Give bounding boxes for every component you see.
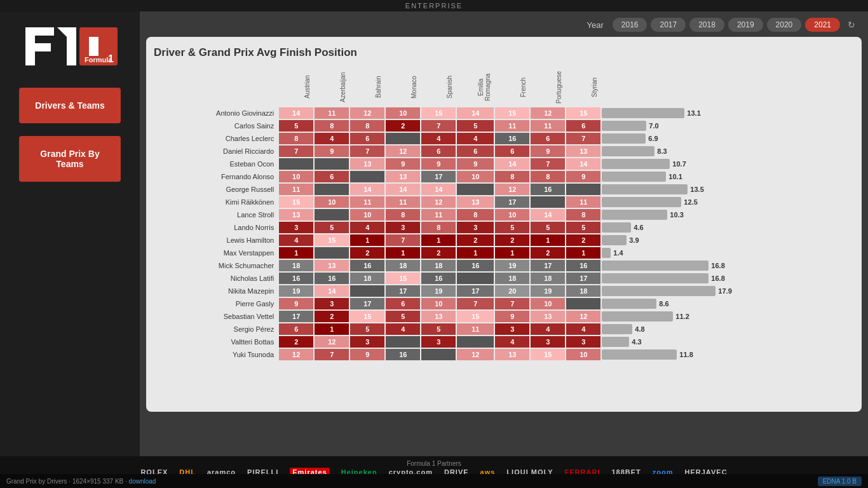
position-cell: 3 — [350, 336, 384, 348]
year-bar: Year 2016 2017 2018 2019 2020 2021 ↻ — [146, 18, 862, 32]
position-cell: 7 — [531, 158, 565, 170]
driver-name: Yuki Tsunoda — [155, 349, 278, 360]
table-row: Lando Norris3543835554.6 — [155, 222, 853, 233]
position-cell: 6 — [386, 298, 420, 309]
year-2016[interactable]: 2016 — [613, 18, 648, 32]
position-cell: 5 — [531, 222, 565, 233]
svg-text:1: 1 — [108, 53, 114, 64]
table-row: Antonio Giovinazzi14111210151415121513.1 — [155, 107, 853, 119]
position-cell: 7 — [566, 133, 600, 144]
table-row: Nicholas Latifi161618151618181716.8 — [155, 273, 853, 284]
position-cell: 5 — [386, 311, 420, 322]
position-cell: 16 — [495, 133, 529, 144]
drivers-teams-button[interactable]: Drivers & Teams — [19, 88, 121, 123]
position-cell: 4 — [457, 133, 494, 144]
table-row: Pierre Gasly931761077108.6 — [155, 298, 853, 309]
position-cell — [457, 273, 494, 284]
position-cell: 12 — [279, 349, 313, 360]
position-cell: 2 — [421, 247, 456, 259]
position-cell: 15 — [350, 311, 384, 322]
position-cell: 3 — [315, 298, 349, 309]
position-cell: 17 — [531, 260, 565, 271]
chart-title: Driver & Grand Prix Avg Finish Position — [154, 46, 854, 59]
position-cell: 11 — [421, 209, 456, 220]
avg-bar-cell: 10.1 — [602, 171, 853, 182]
col-emilia: Emilia Romagna — [457, 68, 494, 106]
position-cell: 14 — [421, 184, 456, 195]
position-cell — [566, 184, 600, 195]
position-cell: 15 — [531, 349, 565, 360]
position-cell: 7 — [457, 298, 494, 309]
table-row: Carlos Sainz588275111167.0 — [155, 120, 853, 132]
position-cell: 5 — [495, 222, 529, 233]
driver-name: Pierre Gasly — [155, 298, 278, 309]
position-cell: 4 — [566, 323, 600, 335]
position-cell: 12 — [386, 146, 420, 157]
avg-bar-cell: 11.2 — [602, 311, 853, 322]
avg-bar-cell: 1.4 — [602, 247, 853, 259]
year-2020[interactable]: 2020 — [767, 18, 802, 32]
table-row: Charles Leclerc8464416676.9 — [155, 133, 853, 144]
position-cell: 14 — [531, 209, 565, 220]
position-cell: 17 — [421, 171, 456, 182]
position-cell: 13 — [495, 349, 529, 360]
position-cell: 10 — [566, 349, 600, 360]
col-austrian: Austrian — [279, 68, 313, 106]
position-cell: 12 — [566, 311, 600, 322]
status-text: Grand Prix by Drivers · 1624×915 337 KB … — [6, 478, 156, 485]
avg-bar-cell: 16.8 — [602, 273, 853, 284]
avg-bar-cell: 13.1 — [602, 107, 853, 119]
table-row: Esteban Ocon139991471410.7 — [155, 158, 853, 170]
position-cell: 1 — [566, 247, 600, 259]
driver-name: Sergio Pérez — [155, 323, 278, 335]
position-cell: 2 — [279, 336, 313, 348]
position-cell: 4 — [495, 336, 529, 348]
download-link[interactable]: download — [129, 478, 156, 485]
position-cell: 5 — [566, 222, 600, 233]
table-row: Sergio Pérez61545113444.8 — [155, 323, 853, 335]
position-cell: 19 — [421, 285, 456, 297]
position-cell: 6 — [315, 171, 349, 182]
year-2019[interactable]: 2019 — [728, 18, 763, 32]
driver-name: Lando Norris — [155, 222, 278, 233]
position-cell: 19 — [495, 260, 529, 271]
position-cell: 2 — [531, 247, 565, 259]
position-cell: 4 — [531, 323, 565, 335]
position-cell: 15 — [386, 273, 420, 284]
position-cell: 9 — [279, 298, 313, 309]
position-cell: 19 — [531, 285, 565, 297]
position-cell: 2 — [457, 234, 494, 246]
position-cell: 14 — [350, 184, 384, 195]
year-2021[interactable]: 2021 — [805, 18, 840, 32]
position-cell: 8 — [531, 171, 565, 182]
avg-bar-cell: 7.0 — [602, 120, 853, 132]
position-cell: 18 — [386, 260, 420, 271]
avg-bar-cell: 6.9 — [602, 133, 853, 144]
position-cell: 13 — [315, 260, 349, 271]
position-cell: 4 — [315, 133, 349, 144]
position-cell: 5 — [421, 323, 456, 335]
driver-col-header — [155, 68, 278, 106]
partners-label: Formula 1 Partners — [407, 460, 461, 467]
year-2017[interactable]: 2017 — [651, 18, 686, 32]
grand-prix-teams-button[interactable]: Grand Prix By Teams — [19, 136, 121, 182]
position-cell: 12 — [350, 107, 384, 119]
position-cell: 20 — [495, 285, 529, 297]
position-cell: 4 — [350, 222, 384, 233]
position-cell: 11 — [531, 120, 565, 132]
position-cell: 13 — [531, 311, 565, 322]
table-row: Mick Schumacher18131618181619171616.8 — [155, 260, 853, 271]
position-cell: 1 — [315, 323, 349, 335]
table-row: Daniel Ricciardo797126669138.3 — [155, 146, 853, 157]
year-2018[interactable]: 2018 — [689, 18, 724, 32]
position-cell: 3 — [457, 222, 494, 233]
position-cell: 18 — [421, 260, 456, 271]
position-cell — [531, 196, 565, 208]
position-cell: 15 — [315, 234, 349, 246]
position-cell — [386, 133, 420, 144]
position-cell: 8 — [421, 222, 456, 233]
refresh-icon[interactable]: ↻ — [848, 20, 855, 30]
table-row: Lance Stroll131081181014810.3 — [155, 209, 853, 220]
position-cell: 1 — [386, 247, 420, 259]
position-cell: 9 — [386, 158, 420, 170]
